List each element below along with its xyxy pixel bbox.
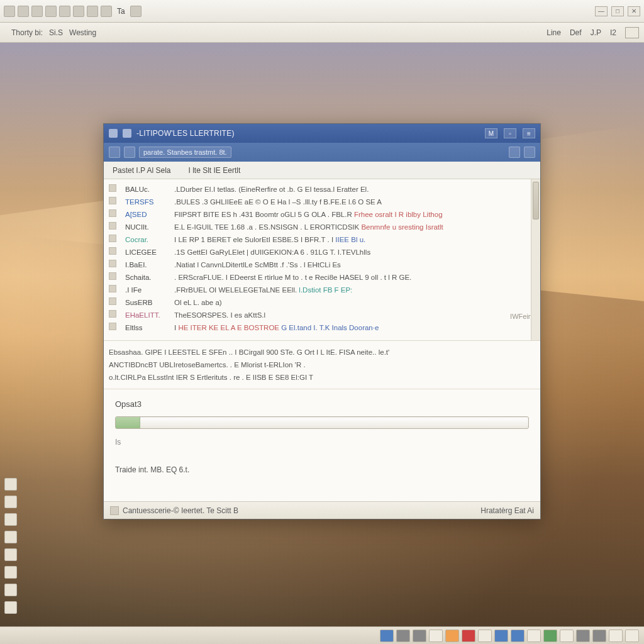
row-key: SusERB xyxy=(125,296,168,309)
launcher-icon[interactable] xyxy=(4,513,17,526)
menu-icon[interactable] xyxy=(87,6,98,17)
maximize-button[interactable]: □ xyxy=(611,6,624,16)
list-row[interactable]: EltlssI HE ITER KE EL A E BOSTROE G El.t… xyxy=(109,321,535,334)
window-control-icon[interactable]: M xyxy=(485,128,497,138)
toolbar-label[interactable]: Si.S xyxy=(49,28,63,37)
row-icon xyxy=(109,222,116,230)
status-right: Hratatèrg Eat Ai xyxy=(480,506,534,515)
tray-icon[interactable] xyxy=(396,630,410,642)
tray-icon[interactable] xyxy=(625,630,639,642)
launcher-icon[interactable] xyxy=(4,496,17,508)
launcher-icon[interactable] xyxy=(4,478,17,491)
row-value: .FRrBUEL OI WELELEGETaLNE EEll. l.Dstiot… xyxy=(174,284,535,296)
menu-icon[interactable] xyxy=(101,6,112,17)
toolbar-tab[interactable]: I lte Slt IE Eertlt xyxy=(180,166,250,175)
scrollbar-thumb[interactable] xyxy=(533,182,539,219)
progress-fill xyxy=(116,417,140,428)
row-icon xyxy=(109,260,116,267)
toolbar-tab[interactable]: Pastet I.P Al Sela xyxy=(104,166,180,175)
list-row[interactable]: LICEGEE.1S GettEI GaRyLElet | dUIIGEKION… xyxy=(109,246,535,258)
row-value: .LDurber EI.I tetlas. (EineRerfire ot .b… xyxy=(174,183,535,196)
tray-icon[interactable] xyxy=(560,630,574,642)
menu-icon[interactable] xyxy=(31,6,43,17)
tool-icon[interactable] xyxy=(509,147,520,158)
progress-section: Opsat3 Is Traide int. MB. EQ 6.t. xyxy=(104,389,540,501)
row-key: ANCTIBDn xyxy=(109,361,145,369)
list-row[interactable]: BALUc..LDurber EI.I tetlas. (EineRerfire… xyxy=(109,183,535,196)
tray-icon[interactable] xyxy=(413,630,426,642)
toolbar-label[interactable]: Line xyxy=(547,28,561,37)
row-key: Cocrar. xyxy=(125,233,168,246)
nav-icon[interactable] xyxy=(109,147,120,158)
dialog-address-bar: parate. Stanbes trastmt. 8t. xyxy=(104,143,540,162)
menu-icon[interactable] xyxy=(130,6,142,17)
minimize-button[interactable]: — xyxy=(595,6,608,16)
list-row[interactable]: Cocrar.I LE RP 1 BERET ele SulorEtI ESBE… xyxy=(109,233,535,246)
launcher-icon[interactable] xyxy=(4,566,17,579)
row-icon xyxy=(109,310,116,318)
launcher-icon[interactable] xyxy=(4,531,17,543)
list-row[interactable]: .I IFe.FRrBUEL OI WELELEGETaLNE EEll. l.… xyxy=(109,284,535,296)
nav-icon[interactable] xyxy=(124,147,135,158)
list-row[interactable]: o.lt.CIRLPa ELsstInt IER S Ertlerituts .… xyxy=(109,371,535,384)
tray-icon[interactable] xyxy=(511,630,525,642)
vertical-scrollbar[interactable] xyxy=(531,179,540,340)
menubar-label[interactable]: Ta xyxy=(114,7,128,16)
row-value: . GIPE I LEESTEL E SFEn .. I BCirgall 90… xyxy=(141,348,389,356)
list-row[interactable]: EHaELITT.TheESORSPES. I es aKttS.l xyxy=(109,309,535,321)
toolbar-label[interactable]: Def xyxy=(570,28,582,37)
dialog-titlebar[interactable]: -LITIPOW'LES LLERTRITE) M ▫ ≡ xyxy=(104,124,540,143)
window-menu-icon[interactable]: ≡ xyxy=(523,128,535,138)
dialog-window: -LITIPOW'LES LLERTRITE) M ▫ ≡ parate. St… xyxy=(103,123,541,519)
row-key: A[SED xyxy=(125,208,168,221)
tray-icon[interactable] xyxy=(592,630,606,642)
row-icon xyxy=(109,235,116,242)
list-row[interactable]: I.BaEI..Natiat l CanvnLDitertlLe ScMBtt … xyxy=(109,258,535,271)
menu-icon[interactable] xyxy=(4,6,15,17)
row-value: I LE RP 1 BERET ele SulorEtI ESBE.S I BF… xyxy=(174,233,535,246)
tray-icon[interactable] xyxy=(445,630,459,642)
row-key: I.BaEI. xyxy=(125,258,168,271)
list-row[interactable]: Ebsashaa. GIPE I LEESTEL E SFEn .. I BCi… xyxy=(109,346,535,358)
tray-icon[interactable] xyxy=(543,630,557,642)
tray-icon[interactable] xyxy=(429,630,443,642)
toolbar-label[interactable]: Thorty bi: xyxy=(11,28,43,37)
tray-icon[interactable] xyxy=(462,630,475,642)
row-icon xyxy=(109,247,116,255)
tray-icon[interactable] xyxy=(576,630,590,642)
launcher-icon[interactable] xyxy=(4,601,17,614)
menu-icon[interactable] xyxy=(73,6,84,17)
row-key: NUCIIt. xyxy=(125,221,168,233)
menu-icon[interactable] xyxy=(18,6,29,17)
launcher-icon[interactable] xyxy=(4,548,17,561)
row-value: I HE ITER KE EL A E BOSTROE G El.tand I.… xyxy=(174,321,535,334)
tray-icon[interactable] xyxy=(494,630,508,642)
row-value: cBT UBLIretoseBamertcs. . E Mlorist t-ER… xyxy=(145,361,306,369)
tray-icon[interactable] xyxy=(478,630,492,642)
taskbar xyxy=(0,626,644,644)
list-row[interactable]: TERSFS.BULES .3 GHLIIEeE aE © O E Ha l –… xyxy=(109,196,535,208)
tray-icon[interactable] xyxy=(609,630,623,642)
launcher-icon[interactable] xyxy=(4,584,17,596)
close-button[interactable]: ✕ xyxy=(628,6,640,16)
row-icon xyxy=(109,297,116,305)
row-key: Schaita. xyxy=(125,271,168,284)
toolbar-label[interactable]: Westing xyxy=(69,28,96,37)
address-field[interactable]: parate. Stanbes trastmt. 8t. xyxy=(139,147,231,158)
list-row[interactable]: NUCIIt.E.L E-IGUIL TEE 1.68 .a . ES.NSIS… xyxy=(109,221,535,233)
menu-icon[interactable] xyxy=(59,6,70,17)
tray-icon[interactable] xyxy=(380,630,394,642)
toolbar-label[interactable]: J.P xyxy=(591,28,601,37)
tray-icon[interactable] xyxy=(527,630,541,642)
list-row[interactable]: A[SEDFlIPSRT BITE ES h .431 Boomtr oGLl … xyxy=(109,208,535,221)
list-row[interactable]: ANCTIBDncBT UBLIretoseBamertcs. . E Mlor… xyxy=(109,358,535,371)
tool-icon[interactable] xyxy=(524,147,535,158)
menu-icon[interactable] xyxy=(45,6,57,17)
list-row[interactable]: Schaita.. ERScraFLUE. I EDeerst E rtirlu… xyxy=(109,271,535,284)
toolbar-label[interactable]: I2 xyxy=(610,28,616,37)
list-row[interactable]: SusERBOl eL L. abe a) xyxy=(109,296,535,309)
row-value: FlIPSRT BITE ES h .431 Boomtr oGLl 5 G O… xyxy=(174,208,535,221)
status-left: Cantuesscerie-© Ieertet. Te Scitt B xyxy=(123,506,238,515)
window-control-icon[interactable]: ▫ xyxy=(504,128,516,138)
toolbar-button[interactable] xyxy=(625,27,639,38)
